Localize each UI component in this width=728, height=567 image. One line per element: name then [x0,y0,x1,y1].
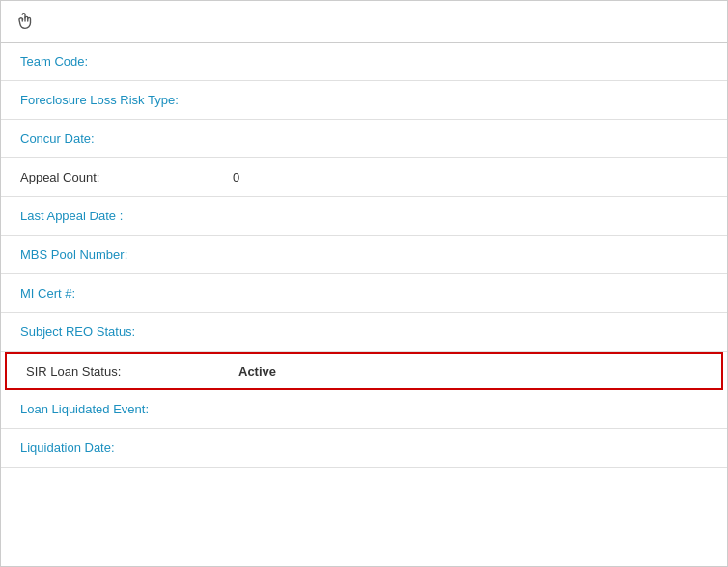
back-button[interactable] [11,7,40,36]
label-liquidation-date: Liquidation Date: [20,440,233,455]
label-last-appeal-date: Last Appeal Date : [20,209,233,223]
field-row-last-appeal-date: Last Appeal Date : [1,197,727,236]
field-row-sir-loan-status: SIR Loan Status:Active [5,352,723,390]
field-row-mbs-pool-number: MBS Pool Number: [1,236,727,274]
field-row-subject-reo-status: Subject REO Status: [1,313,727,352]
label-appeal-count: Appeal Count: [20,170,233,184]
field-row-loan-liquidated-event: Loan Liquidated Event: [1,390,727,429]
label-sir-loan-status: SIR Loan Status: [26,364,238,379]
main-window: Team Code:Foreclosure Loss Risk Type:Con… [0,0,728,567]
label-subject-reo-status: Subject REO Status: [20,325,233,339]
label-loan-liquidated-event: Loan Liquidated Event: [20,402,233,416]
field-row-foreclosure-loss-risk-type: Foreclosure Loss Risk Type: [1,81,727,120]
value-appeal-count: 0 [233,170,239,184]
field-row-appeal-count: Appeal Count:0 [1,158,727,197]
label-mi-cert: MI Cert #: [20,286,233,300]
label-foreclosure-loss-risk-type: Foreclosure Loss Risk Type: [20,93,233,107]
label-team-code: Team Code: [20,54,233,69]
value-sir-loan-status: Active [238,364,276,379]
label-concur-date: Concur Date: [20,131,233,146]
field-row-mi-cert: MI Cert #: [1,274,727,313]
field-row-liquidation-date: Liquidation Date: [1,429,727,468]
field-row-concur-date: Concur Date: [1,120,727,158]
form-content: Team Code:Foreclosure Loss Risk Type:Con… [1,43,727,566]
label-mbs-pool-number: MBS Pool Number: [20,247,233,262]
title-bar [1,1,727,43]
field-row-team-code: Team Code: [1,43,727,81]
